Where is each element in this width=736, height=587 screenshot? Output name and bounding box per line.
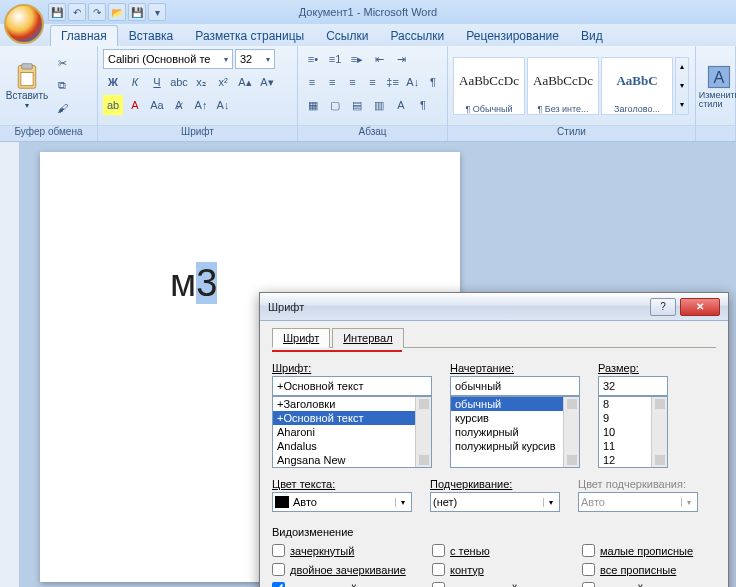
strike-icon[interactable]: abc	[169, 72, 189, 92]
qat-save2-icon[interactable]: 💾	[128, 3, 146, 21]
font-size-combo[interactable]: 32▾	[235, 49, 275, 69]
bullets-icon[interactable]: ≡•	[303, 49, 323, 69]
copy-icon[interactable]: ⧉	[52, 76, 72, 96]
style-list[interactable]: обычный курсив полужирный полужирный кур…	[450, 396, 580, 468]
change-styles-button[interactable]: A Изменить стили	[701, 49, 736, 122]
underline-combo[interactable]: (нет)▾	[430, 492, 560, 512]
tab-view[interactable]: Вид	[570, 25, 614, 46]
tab-home[interactable]: Главная	[50, 25, 118, 46]
style-list-scrollbar[interactable]	[563, 397, 579, 467]
chk-outline[interactable]: контур	[432, 563, 582, 576]
font-name-combo[interactable]: Calibri (Основной те▾	[103, 49, 233, 69]
shading-icon[interactable]: ▦	[303, 95, 323, 115]
justify-icon[interactable]: ≡	[363, 72, 381, 92]
indent-inc-icon[interactable]: ⇥	[391, 49, 411, 69]
chk-shadow[interactable]: с тенью	[432, 544, 582, 557]
font-color-icon[interactable]: A	[125, 95, 145, 115]
effects-grid: зачеркнутый с тенью малые прописные двой…	[272, 544, 716, 587]
ribbon: Вставить ▾ ✂ ⧉ 🖌 Буфер обмена Calibri (О…	[0, 46, 736, 142]
group-change-styles: A Изменить стили	[696, 46, 736, 141]
dialog-tab-font[interactable]: Шрифт	[272, 328, 330, 348]
p3-icon[interactable]: ▤	[347, 95, 367, 115]
shrink-font-icon[interactable]: A▾	[257, 72, 277, 92]
change-case-icon[interactable]: Aa	[147, 95, 167, 115]
highlight-icon[interactable]: ab	[103, 95, 123, 115]
pilcrow-icon[interactable]: ¶	[424, 72, 442, 92]
grow-font-icon[interactable]: A▴	[235, 72, 255, 92]
dialog-close-icon[interactable]: ✕	[680, 298, 720, 316]
chk-allcaps[interactable]: все прописные	[582, 563, 732, 576]
selected-text: 3	[196, 262, 217, 304]
tab-mailings[interactable]: Рассылки	[379, 25, 455, 46]
chk-emboss[interactable]: приподнятый	[432, 582, 582, 587]
tab-review[interactable]: Рецензирование	[455, 25, 570, 46]
chk-superscript[interactable]: надстрочный	[272, 582, 432, 587]
line-spacing-icon[interactable]: ‡≡	[384, 72, 402, 92]
underline-icon[interactable]: Ч	[147, 72, 167, 92]
label-color: Цвет текста:	[272, 478, 412, 490]
p4-icon[interactable]: ▥	[369, 95, 389, 115]
style-normal[interactable]: AaBbCcDc¶ Обычный	[453, 57, 525, 115]
style-nospacing[interactable]: AaBbCcDc¶ Без инте...	[527, 57, 599, 115]
size-list[interactable]: 8 9 10 11 12	[598, 396, 668, 468]
ribbon-tabs: Главная Вставка Разметка страницы Ссылки…	[0, 24, 736, 46]
dialog-tabs: Шрифт Интервал	[272, 327, 716, 348]
align-right-icon[interactable]: ≡	[343, 72, 361, 92]
p6-icon[interactable]: ¶	[413, 95, 433, 115]
italic-icon[interactable]: К	[125, 72, 145, 92]
label-underline: Подчеркивание:	[430, 478, 560, 490]
document-text[interactable]: м3	[170, 262, 217, 305]
grow2-icon[interactable]: A↑	[191, 95, 211, 115]
style-heading1[interactable]: AaBbCЗаголово...	[601, 57, 673, 115]
group-clipboard-label: Буфер обмена	[0, 125, 97, 141]
size-input[interactable]	[598, 376, 668, 396]
title-bar: 💾 ↶ ↷ 📂 💾 ▾ Документ1 - Microsoft Word	[0, 0, 736, 24]
styles-scroll[interactable]: ▴▾▾	[675, 57, 689, 115]
color-combo[interactable]: Авто▾	[272, 492, 412, 512]
font-input[interactable]	[272, 376, 432, 396]
tab-insert[interactable]: Вставка	[118, 25, 185, 46]
size-list-scrollbar[interactable]	[651, 397, 667, 467]
svg-rect-2	[21, 72, 33, 85]
workspace: м3 Шрифт ? ✕ Шрифт Интервал Шрифт: +	[0, 142, 736, 587]
dialog-tab-spacing[interactable]: Интервал	[332, 328, 403, 348]
align-left-icon[interactable]: ≡	[303, 72, 321, 92]
dialog-titlebar[interactable]: Шрифт ? ✕	[260, 293, 728, 321]
subscript-icon[interactable]: x₂	[191, 72, 211, 92]
borders-icon[interactable]: ▢	[325, 95, 345, 115]
tab-layout[interactable]: Разметка страницы	[184, 25, 315, 46]
qat-more-icon[interactable]: ▾	[148, 3, 166, 21]
p5-icon[interactable]: A	[391, 95, 411, 115]
indent-dec-icon[interactable]: ⇤	[369, 49, 389, 69]
font-list[interactable]: +Заголовки +Основной текст Aharoni Andal…	[272, 396, 432, 468]
dialog-help-icon[interactable]: ?	[650, 298, 676, 316]
dialog-body: Шрифт Интервал Шрифт: +Заголовки +Основн…	[260, 321, 728, 587]
shrink2-icon[interactable]: A↓	[213, 95, 233, 115]
chk-hidden[interactable]: скрытый	[582, 582, 732, 587]
office-button[interactable]	[4, 4, 44, 44]
style-input[interactable]	[450, 376, 580, 396]
format-painter-icon[interactable]: 🖌	[52, 98, 72, 118]
paste-label: Вставить	[6, 90, 48, 101]
chk-smallcaps[interactable]: малые прописные	[582, 544, 732, 557]
paste-button[interactable]: Вставить ▾	[5, 49, 49, 122]
group-styles-label: Стили	[448, 125, 695, 141]
chk-doublestrike[interactable]: двойное зачеркивание	[272, 563, 432, 576]
sort-icon[interactable]: A↓	[404, 72, 422, 92]
chk-strikethrough[interactable]: зачеркнутый	[272, 544, 432, 557]
numbering-icon[interactable]: ≡1	[325, 49, 345, 69]
tab-references[interactable]: Ссылки	[315, 25, 379, 46]
clear-format-icon[interactable]: A̷	[169, 95, 189, 115]
group-clipboard: Вставить ▾ ✂ ⧉ 🖌 Буфер обмена	[0, 46, 98, 141]
group-paragraph-label: Абзац	[298, 125, 447, 141]
multilevel-icon[interactable]: ≡▸	[347, 49, 367, 69]
qat-save-icon[interactable]: 💾	[48, 3, 66, 21]
font-list-scrollbar[interactable]	[415, 397, 431, 467]
superscript-icon[interactable]: x²	[213, 72, 233, 92]
qat-undo-icon[interactable]: ↶	[68, 3, 86, 21]
qat-redo-icon[interactable]: ↷	[88, 3, 106, 21]
qat-open-icon[interactable]: 📂	[108, 3, 126, 21]
bold-icon[interactable]: Ж	[103, 72, 123, 92]
cut-icon[interactable]: ✂	[52, 54, 72, 74]
align-center-icon[interactable]: ≡	[323, 72, 341, 92]
